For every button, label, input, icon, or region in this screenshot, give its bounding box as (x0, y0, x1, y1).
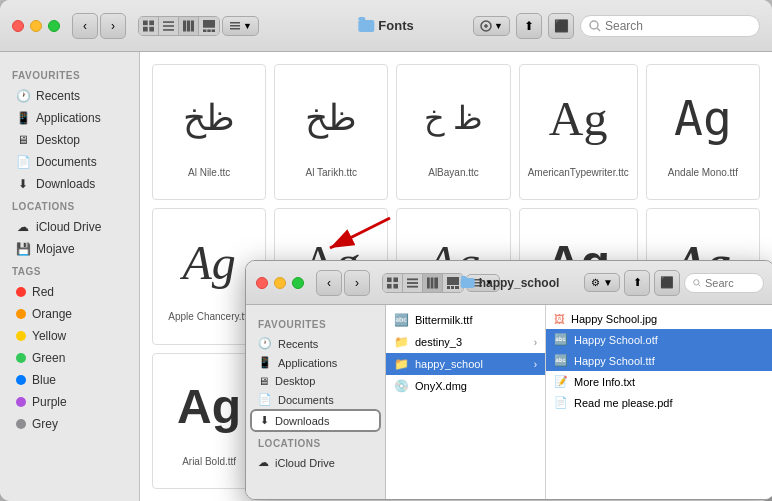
sidebar-item-mojave[interactable]: 💾 Mojave (4, 238, 135, 260)
second-list-view-btn[interactable] (403, 274, 423, 292)
font-item-andale-mono[interactable]: Ag Andale Mono.ttf (646, 64, 760, 200)
second-sidebar-documents[interactable]: 📄 Documents (250, 390, 381, 409)
forward-button[interactable]: › (100, 13, 126, 39)
font-item-al-nile[interactable]: ظخ Al Nile.ttc (152, 64, 266, 200)
font-preview: Ag (164, 217, 254, 307)
right-item-pdf[interactable]: 📄 Read me please.pdf (546, 392, 772, 413)
second-close-button[interactable] (256, 277, 268, 289)
search-input[interactable] (605, 19, 745, 33)
close-button[interactable] (12, 20, 24, 32)
sidebar-item-documents[interactable]: 📄 Documents (4, 151, 135, 173)
right-item-txt[interactable]: 📝 More Info.txt (546, 371, 772, 392)
svg-rect-31 (431, 277, 434, 288)
font-preview: Ag (164, 362, 254, 452)
share-button[interactable]: ⬆ (516, 13, 542, 39)
second-search-input[interactable] (705, 277, 755, 289)
svg-rect-0 (143, 20, 148, 25)
svg-rect-36 (455, 286, 459, 289)
sidebar-item-tag-grey[interactable]: Grey (4, 413, 135, 435)
second-favourites-label: Favourites (246, 313, 385, 334)
right-item-ttf[interactable]: 🔤 Happy School.ttf (546, 350, 772, 371)
folder-icon (461, 278, 475, 288)
font-item-albayan[interactable]: ظ خ AlBayan.ttc (396, 64, 510, 200)
sidebar-item-downloads[interactable]: ⬇ Downloads (4, 173, 135, 195)
sidebar-item-tag-red[interactable]: Red (4, 281, 135, 303)
font-item-americantypewriter[interactable]: Ag AmericanTypewriter.ttc (519, 64, 638, 200)
svg-rect-5 (163, 25, 174, 27)
right-item-otf[interactable]: 🔤 Happy School.otf (546, 329, 772, 350)
second-sidebar: Favourites 🕐 Recents 📱 Applications 🖥 De… (246, 305, 386, 500)
tag-dot-purple (16, 397, 26, 407)
second-sidebar-applications[interactable]: 📱 Applications (250, 353, 381, 372)
svg-rect-11 (203, 29, 206, 32)
image-icon: 🖼 (554, 313, 565, 325)
sidebar-item-tag-orange[interactable]: Orange (4, 303, 135, 325)
tag-dot-blue (16, 375, 26, 385)
maximize-button[interactable] (48, 20, 60, 32)
svg-rect-27 (407, 278, 418, 280)
file-item-happy-school[interactable]: 📁 happy_school › (386, 353, 545, 375)
sidebar-item-tag-blue[interactable]: Blue (4, 369, 135, 391)
second-sidebar-icloud[interactable]: ☁ iCloud Drive (250, 453, 381, 472)
gallery-view-btn[interactable] (199, 17, 219, 35)
font-item-al-tarikh[interactable]: ظخ Al Tarikh.ttc (274, 64, 388, 200)
sidebar-item-desktop[interactable]: 🖥 Desktop (4, 129, 135, 151)
sidebar-item-tag-purple[interactable]: Purple (4, 391, 135, 413)
tag-dot-red (16, 287, 26, 297)
file-item-onyx[interactable]: 💿 OnyX.dmg (386, 375, 545, 397)
tag-dot-yellow (16, 331, 26, 341)
second-icon-view-btn[interactable] (383, 274, 403, 292)
svg-rect-34 (447, 286, 450, 289)
favourites-label: Favourites (0, 64, 139, 85)
tags-button[interactable]: ⬛ (548, 13, 574, 39)
column-view-btn[interactable] (179, 17, 199, 35)
view-options-dropdown[interactable]: ▼ (222, 16, 259, 36)
search-icon (589, 20, 601, 32)
second-sidebar-recents[interactable]: 🕐 Recents (250, 334, 381, 353)
sidebar-item-recents[interactable]: 🕐 Recents (4, 85, 135, 107)
second-action-dropdown[interactable]: ⚙ ▼ (584, 273, 620, 292)
svg-rect-35 (451, 286, 454, 289)
list-view-btn[interactable] (159, 17, 179, 35)
font-preview: ظخ (286, 73, 376, 163)
main-title-bar: ‹ › ▼ (0, 0, 772, 52)
second-sidebar-desktop[interactable]: 🖥 Desktop (250, 372, 381, 390)
svg-rect-23 (387, 277, 392, 282)
second-column-view-btn[interactable] (423, 274, 443, 292)
second-tags-button[interactable]: ⬛ (654, 270, 680, 296)
svg-rect-7 (183, 20, 186, 31)
icloud-icon: ☁ (16, 220, 30, 234)
sidebar-item-tag-green[interactable]: Green (4, 347, 135, 369)
right-panel: 🖼 Happy School.jpg 🔤 Happy School.otf 🔤 … (546, 305, 772, 500)
icon-view-btn[interactable] (139, 17, 159, 35)
svg-line-21 (597, 28, 600, 31)
second-share-button[interactable]: ⬆ (624, 270, 650, 296)
action-dropdown[interactable]: ▼ (473, 16, 510, 36)
svg-rect-29 (407, 285, 418, 287)
window-title: Fonts (358, 18, 413, 33)
file-item-bittermilk[interactable]: 🔤 Bittermilk.ttf (386, 309, 545, 331)
sidebar-item-tag-yellow[interactable]: Yellow (4, 325, 135, 347)
svg-rect-26 (393, 283, 398, 288)
svg-rect-10 (203, 20, 215, 28)
back-button[interactable]: ‹ (72, 13, 98, 39)
second-minimize-button[interactable] (274, 277, 286, 289)
tag-dot-orange (16, 309, 26, 319)
second-maximize-button[interactable] (292, 277, 304, 289)
second-forward-button[interactable]: › (344, 270, 370, 296)
desktop-icon-2: 🖥 (258, 375, 269, 387)
locations-label: Locations (0, 195, 139, 216)
right-item-jpg[interactable]: 🖼 Happy School.jpg (546, 309, 772, 329)
minimize-button[interactable] (30, 20, 42, 32)
font-preview: ظ خ (409, 73, 499, 163)
font-ttf-icon: 🔤 (554, 354, 568, 367)
second-back-button[interactable]: ‹ (316, 270, 342, 296)
svg-rect-15 (230, 25, 240, 27)
second-sidebar-downloads[interactable]: ⬇ Downloads (250, 409, 381, 432)
svg-rect-8 (187, 20, 190, 31)
sidebar-item-icloud[interactable]: ☁ iCloud Drive (4, 216, 135, 238)
font-preview: Ag (658, 73, 748, 163)
file-item-destiny3[interactable]: 📁 destiny_3 › (386, 331, 545, 353)
svg-rect-13 (212, 29, 215, 32)
sidebar-item-applications[interactable]: 📱 Applications (4, 107, 135, 129)
